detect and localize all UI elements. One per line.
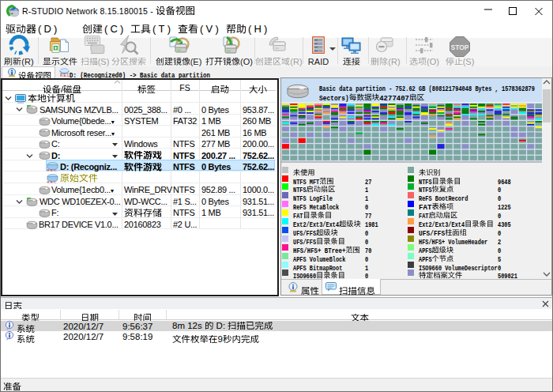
- svg-text:R.E.C.: R.E.C.: [60, 74, 70, 77]
- svg-text:4277407: 4277407: [379, 95, 409, 103]
- svg-text:R.E.C.: R.E.C.: [47, 179, 58, 183]
- svg-text:Sectors): Sectors): [319, 95, 349, 103]
- svg-text:R.E.C.: R.E.C.: [47, 168, 58, 172]
- svg-text:STOP: STOP: [451, 43, 469, 51]
